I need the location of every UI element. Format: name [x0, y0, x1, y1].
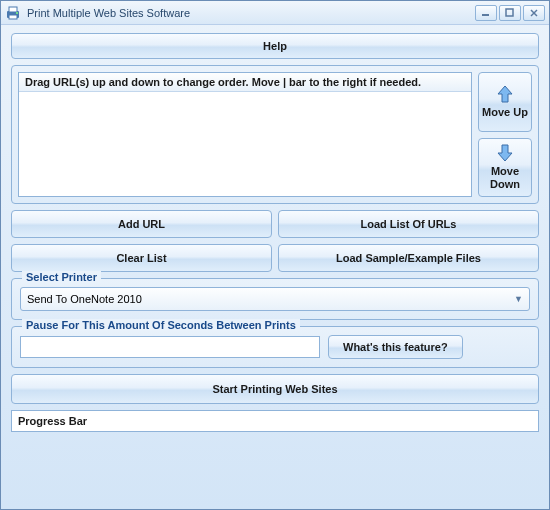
minimize-button[interactable] — [475, 5, 497, 21]
svg-rect-2 — [9, 15, 17, 19]
action-buttons: Add URL Load List Of URLs Clear List Loa… — [11, 210, 539, 272]
pause-fieldset: Pause For This Amount Of Seconds Between… — [11, 326, 539, 368]
chevron-down-icon: ▼ — [514, 294, 523, 304]
move-down-label: Move Down — [479, 165, 531, 191]
add-url-label: Add URL — [118, 218, 165, 230]
url-list[interactable]: Drag URL(s) up and down to change order.… — [18, 72, 472, 197]
whats-this-label: What's this feature? — [343, 341, 448, 353]
close-button[interactable] — [523, 5, 545, 21]
window-title: Print Multiple Web Sites Software — [27, 7, 473, 19]
svg-point-3 — [16, 12, 18, 14]
pause-legend: Pause For This Amount Of Seconds Between… — [22, 319, 300, 331]
progress-bar: Progress Bar — [11, 410, 539, 432]
load-list-label: Load List Of URLs — [361, 218, 457, 230]
add-url-button[interactable]: Add URL — [11, 210, 272, 238]
move-down-button[interactable]: Move Down — [478, 138, 532, 198]
load-sample-button[interactable]: Load Sample/Example Files — [278, 244, 539, 272]
arrow-down-icon — [495, 143, 515, 163]
clear-list-label: Clear List — [116, 252, 166, 264]
start-printing-button[interactable]: Start Printing Web Sites — [11, 374, 539, 404]
pause-seconds-input[interactable] — [20, 336, 320, 358]
load-list-button[interactable]: Load List Of URLs — [278, 210, 539, 238]
help-button[interactable]: Help — [11, 33, 539, 59]
select-printer-legend: Select Printer — [22, 271, 101, 283]
content-area: Help Drag URL(s) up and down to change o… — [1, 25, 549, 440]
svg-rect-5 — [506, 9, 513, 16]
start-printing-label: Start Printing Web Sites — [212, 383, 337, 395]
whats-this-button[interactable]: What's this feature? — [328, 335, 463, 359]
printer-select[interactable]: Send To OneNote 2010 ▼ — [20, 287, 530, 311]
svg-rect-1 — [9, 7, 17, 12]
arrow-up-icon — [495, 84, 515, 104]
titlebar: Print Multiple Web Sites Software — [1, 1, 549, 25]
move-up-label: Move Up — [482, 106, 528, 119]
printer-selected-value: Send To OneNote 2010 — [27, 293, 142, 305]
app-window: Print Multiple Web Sites Software Help D… — [0, 0, 550, 510]
url-panel: Drag URL(s) up and down to change order.… — [11, 65, 539, 204]
help-label: Help — [263, 40, 287, 52]
app-icon — [5, 5, 21, 21]
clear-list-button[interactable]: Clear List — [11, 244, 272, 272]
maximize-button[interactable] — [499, 5, 521, 21]
move-up-button[interactable]: Move Up — [478, 72, 532, 132]
select-printer-fieldset: Select Printer Send To OneNote 2010 ▼ — [11, 278, 539, 320]
url-list-header: Drag URL(s) up and down to change order.… — [19, 73, 471, 92]
progress-label: Progress Bar — [18, 415, 87, 427]
load-sample-label: Load Sample/Example Files — [336, 252, 481, 264]
